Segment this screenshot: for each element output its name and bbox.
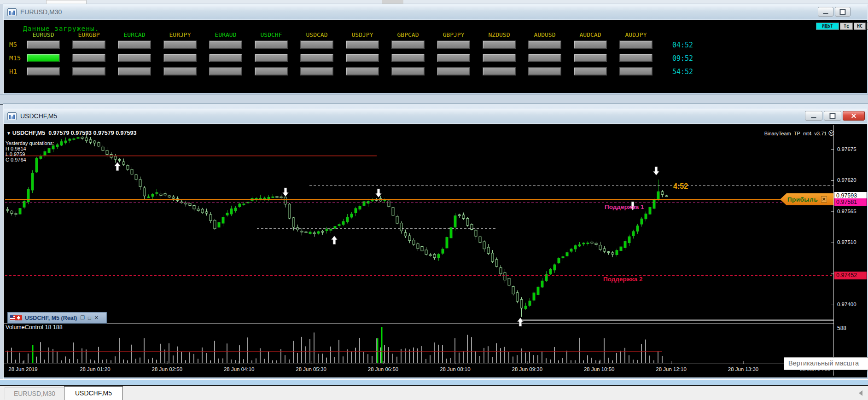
matrix-cell-usdjpy-h1[interactable] bbox=[346, 67, 379, 75]
matrix-cell-audusd-h1[interactable] bbox=[528, 67, 561, 75]
matrix-cell-eurjpy-m15[interactable] bbox=[163, 54, 197, 62]
matrix-cell-eurcad-m15[interactable] bbox=[118, 54, 151, 62]
pair-label-eurgbp: EURGBP bbox=[72, 31, 105, 38]
tab-scroll-left-icon[interactable] bbox=[859, 390, 862, 396]
matrix-cell-audusd-m5[interactable] bbox=[528, 41, 561, 49]
matrix-cell-audcad-h1[interactable] bbox=[574, 67, 607, 75]
pair-label-audusd: AUDUSD bbox=[528, 31, 561, 38]
pair-label-gbpjpy: GBPJPY bbox=[437, 31, 470, 38]
dashboard-layer: Данные загружены. EURUSDEURGBPEURCADEURJ… bbox=[4, 20, 867, 93]
chart-quotes: 0.97579 0.97593 0.97579 0.97593 bbox=[48, 130, 136, 136]
matrix-cell-audcad-m5[interactable] bbox=[574, 41, 607, 49]
toolbar-remnant-right bbox=[382, 0, 403, 4]
indicator-badge-0[interactable]: ИДЬТ bbox=[816, 23, 839, 30]
restore-button-top-window[interactable] bbox=[835, 7, 851, 17]
pair-label-audjpy: AUDJPY bbox=[619, 31, 652, 38]
matrix-cell-nzdusd-m15[interactable] bbox=[483, 54, 516, 62]
matrix-cell-audjpy-h1[interactable] bbox=[619, 67, 652, 75]
mt4-workspace: { "top_window": { "title": "EURUSD,M30",… bbox=[0, 0, 868, 400]
titlebar-eurusd-m30[interactable]: EURUSD,M30 bbox=[4, 5, 867, 19]
chart-window-icon bbox=[7, 112, 17, 120]
chart-tab-bar: EURUSD,M30 USDCHF,M5 bbox=[0, 386, 868, 400]
restore-button-main-window[interactable] bbox=[824, 111, 841, 121]
profit-tag-close-icon[interactable]: × bbox=[821, 196, 827, 203]
chf-flag-icon bbox=[15, 315, 22, 320]
matrix-cell-usdchf-m15[interactable] bbox=[255, 54, 288, 62]
matrix-cell-gbpjpy-h1[interactable] bbox=[437, 67, 470, 75]
shortcut-restore-icon[interactable]: ❐ bbox=[80, 315, 85, 321]
matrix-cell-euraud-m5[interactable] bbox=[209, 41, 242, 49]
matrix-cell-nzdusd-h1[interactable] bbox=[483, 67, 516, 75]
matrix-cell-audjpy-m15[interactable] bbox=[619, 54, 652, 62]
window-title-eurusd: EURUSD,M30 bbox=[20, 8, 62, 16]
candle-timer: 4:52 bbox=[673, 184, 688, 189]
close-button-main-window[interactable] bbox=[843, 111, 865, 121]
matrix-cell-eurjpy-h1[interactable] bbox=[163, 67, 197, 75]
profit-tag-label: Прибыль bbox=[787, 196, 818, 203]
pair-label-usdjpy: USDJPY bbox=[346, 31, 379, 38]
matrix-cell-eurcad-m5[interactable] bbox=[118, 41, 151, 49]
indicator-name: BinaryTeam_TP_mt4_v3.71 ☹ bbox=[737, 131, 834, 136]
countdown-h1: 54:52 bbox=[672, 68, 693, 76]
matrix-cell-eurusd-m5[interactable] bbox=[27, 41, 60, 49]
shortcut-close-icon[interactable]: ✕ bbox=[94, 315, 99, 321]
tab-usdchf-m5[interactable]: USDCHF,M5 bbox=[64, 386, 123, 400]
matrix-cell-gbpcad-m15[interactable] bbox=[391, 54, 425, 62]
pair-label-gbpcad: GBPCAD bbox=[391, 31, 425, 38]
pair-label-eurcad: EURCAD bbox=[118, 31, 151, 38]
titlebar-usdchf-m5[interactable]: USDCHF,M5 bbox=[4, 109, 867, 123]
matrix-cell-usdjpy-m5[interactable] bbox=[346, 41, 379, 49]
pair-label-usdchf: USDCHF bbox=[255, 31, 288, 38]
yesterday-high: H 0.9814 bbox=[6, 146, 26, 151]
matrix-cell-eurcad-h1[interactable] bbox=[118, 67, 151, 75]
tab-eurusd-m30[interactable]: EURUSD,M30 bbox=[5, 387, 64, 400]
countdown-m5: 04:52 bbox=[672, 41, 693, 49]
chart-window-icon bbox=[7, 8, 17, 16]
matrix-cell-euraud-h1[interactable] bbox=[209, 67, 242, 75]
pair-label-audcad: AUDCAD bbox=[574, 31, 607, 38]
chart-header: ▼ USDCHF,M5 0.97579 0.97593 0.97579 0.97… bbox=[6, 130, 136, 136]
chart-panel[interactable] bbox=[4, 124, 867, 377]
collapse-triangle-icon[interactable]: ▼ bbox=[6, 131, 12, 136]
chart-shortcut-label: USDCHF, M5 (Real) bbox=[25, 315, 77, 321]
matrix-cell-usdcad-m5[interactable] bbox=[300, 41, 333, 49]
matrix-cell-audcad-m15[interactable] bbox=[574, 54, 607, 62]
matrix-cell-gbpjpy-m5[interactable] bbox=[437, 41, 470, 49]
matrix-cell-eurgbp-m15[interactable] bbox=[72, 54, 105, 62]
volume-axis-max: 588 bbox=[837, 325, 846, 331]
timeframe-row-label-h1: H1 bbox=[9, 68, 17, 75]
pair-label-eurjpy: EURJPY bbox=[163, 31, 197, 38]
sad-face-icon: ☹ bbox=[828, 130, 834, 137]
matrix-cell-usdchf-m5[interactable] bbox=[255, 41, 288, 49]
support1-label: Поддержка 1 bbox=[605, 204, 644, 210]
pair-label-euraud: EURAUD bbox=[209, 31, 242, 38]
matrix-cell-usdcad-h1[interactable] bbox=[300, 67, 333, 75]
minimize-button-main-window[interactable] bbox=[805, 111, 822, 121]
matrix-cell-gbpjpy-m15[interactable] bbox=[437, 54, 470, 62]
matrix-cell-eurgbp-h1[interactable] bbox=[72, 67, 105, 75]
matrix-cell-eurusd-h1[interactable] bbox=[27, 67, 60, 75]
matrix-cell-usdjpy-m15[interactable] bbox=[346, 54, 379, 62]
pair-label-usdcad: USDCAD bbox=[300, 31, 333, 38]
matrix-cell-eurusd-m15[interactable] bbox=[27, 54, 60, 62]
matrix-cell-audjpy-m5[interactable] bbox=[619, 41, 652, 49]
matrix-cell-eurjpy-m5[interactable] bbox=[163, 41, 197, 49]
matrix-cell-usdcad-m15[interactable] bbox=[300, 54, 333, 62]
matrix-cell-nzdusd-m5[interactable] bbox=[483, 41, 516, 49]
pair-label-eurusd: EURUSD bbox=[27, 31, 60, 38]
indicator-badge-2[interactable]: НС bbox=[854, 23, 866, 30]
timeframe-row-label-m15: M15 bbox=[9, 54, 21, 62]
profit-tag[interactable]: Прибыль × bbox=[780, 193, 833, 205]
minimize-button-top-window[interactable] bbox=[818, 7, 833, 17]
matrix-cell-gbpcad-m5[interactable] bbox=[391, 41, 425, 49]
shortcut-maximize-icon[interactable]: □ bbox=[88, 315, 91, 321]
yesterday-quotations-label: Yesterday quotations: bbox=[6, 140, 54, 146]
support2-label: Поддержка 2 bbox=[603, 277, 643, 282]
chart-shortcut-bar[interactable]: USDCHF, M5 (Real) ❐ □ ✕ bbox=[7, 312, 107, 324]
indicator-badge-1[interactable]: Т¢ bbox=[840, 23, 853, 30]
matrix-cell-euraud-m15[interactable] bbox=[209, 54, 242, 62]
matrix-cell-eurgbp-m5[interactable] bbox=[72, 41, 105, 49]
matrix-cell-usdchf-h1[interactable] bbox=[255, 67, 288, 75]
matrix-cell-gbpcad-h1[interactable] bbox=[391, 67, 425, 75]
matrix-cell-audusd-m15[interactable] bbox=[528, 54, 561, 62]
